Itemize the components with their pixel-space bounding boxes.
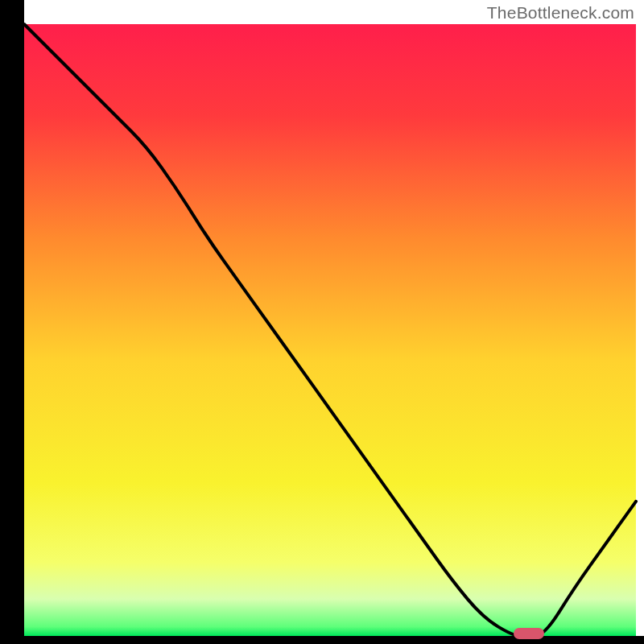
x-axis <box>0 636 644 644</box>
chart-svg <box>0 0 644 644</box>
optimal-range-marker <box>514 628 544 639</box>
y-axis <box>0 0 24 644</box>
watermark-text: TheBottleneck.com <box>487 3 634 23</box>
bottleneck-chart: TheBottleneck.com <box>0 0 644 644</box>
